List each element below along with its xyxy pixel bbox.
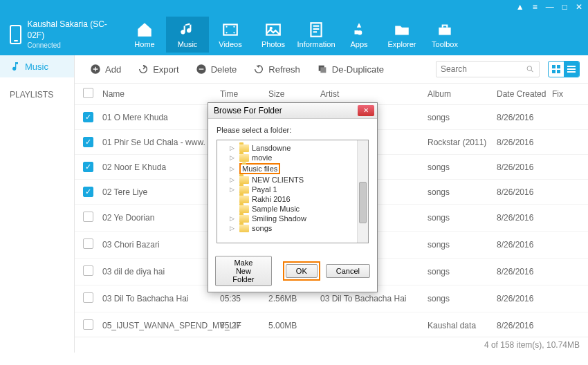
col-fix[interactable]: Fix <box>552 89 580 99</box>
add-button[interactable]: Add <box>83 61 128 77</box>
sidebar-item-music[interactable]: Music <box>0 55 74 77</box>
expand-icon[interactable]: ▷ <box>230 154 237 161</box>
search-input[interactable] <box>441 64 526 74</box>
maximize-button[interactable]: □ <box>562 2 567 12</box>
dedupe-button[interactable]: De-Duplicate <box>310 61 391 77</box>
folder-label: Payal 1 <box>252 185 277 194</box>
cell-album: songs <box>428 267 497 277</box>
minimize-button[interactable]: — <box>546 2 554 12</box>
folder-item[interactable]: ▷Smiling Shadow <box>227 214 367 223</box>
folder-icon <box>239 215 249 223</box>
row-checkbox[interactable] <box>83 292 93 303</box>
toolbar: Add Export Delete Refresh De-Duplicate <box>75 55 588 84</box>
folder-item[interactable]: Rakhi 2016 <box>227 194 367 204</box>
cell-album: Rockstar (2011) <box>428 138 497 147</box>
nav-home[interactable]: Home <box>123 17 166 53</box>
expand-icon[interactable]: ▷ <box>230 144 237 151</box>
nav-label: Photos <box>252 40 295 48</box>
col-artist[interactable]: Artist <box>320 89 428 99</box>
cell-time: 05:35 <box>220 294 268 303</box>
cancel-button[interactable]: Cancel <box>326 264 370 278</box>
dedupe-label: De-Duplicate <box>332 64 384 75</box>
nav-apps[interactable]: Apps <box>338 17 380 53</box>
expand-icon[interactable]: ▷ <box>230 176 237 183</box>
col-time[interactable]: Time <box>220 89 268 99</box>
expand-icon[interactable]: ▷ <box>230 215 237 222</box>
row-checkbox[interactable] <box>83 238 93 249</box>
explorer-icon <box>393 21 411 39</box>
col-name[interactable]: Name <box>102 89 220 99</box>
cell-name: 03 Chori Bazari <box>102 240 220 250</box>
window-titlebar: ▲ ≡ — □ ✕ <box>0 0 588 14</box>
nav-explorer[interactable]: Explorer <box>380 17 423 53</box>
cell-date: 8/26/2016 <box>497 138 552 147</box>
refresh-icon <box>253 64 264 75</box>
folder-item[interactable]: ▷ Music files <box>227 162 367 175</box>
col-date[interactable]: Date Created <box>497 89 552 99</box>
row-checkbox[interactable]: ✓ <box>83 112 93 122</box>
folder-tree[interactable]: ▷Lansdowne▷movie▷ Music files▷NEW CLIENT… <box>217 140 369 243</box>
folder-item[interactable]: Sample Music <box>227 204 367 214</box>
cell-name: 05_IJUST_WANNA_SPEND_MY_LIF <box>102 321 220 330</box>
nav-videos[interactable]: Videos <box>209 17 252 53</box>
export-button[interactable]: Export <box>131 61 186 77</box>
menu-icon[interactable]: ≡ <box>533 2 538 12</box>
expand-icon[interactable]: ▷ <box>230 165 237 172</box>
svg-rect-0 <box>223 24 237 35</box>
view-toggle <box>548 61 580 77</box>
delete-button[interactable]: Delete <box>189 61 244 77</box>
ok-button[interactable]: OK <box>286 264 318 278</box>
row-checkbox[interactable] <box>83 212 93 222</box>
close-button[interactable]: ✕ <box>576 2 582 12</box>
device-block[interactable]: Kaushal Sakaria (SC-02F) Connected <box>10 19 120 50</box>
expand-icon[interactable]: ▷ <box>230 225 237 232</box>
nav-photos[interactable]: Photos <box>252 17 295 53</box>
refresh-button[interactable]: Refresh <box>246 61 307 77</box>
nav-toolbox[interactable]: Toolbox <box>423 17 466 53</box>
grid-view-button[interactable] <box>549 62 564 77</box>
user-icon[interactable]: ▲ <box>516 2 524 12</box>
nav-information[interactable]: Information <box>295 17 338 53</box>
nav-label: Apps <box>338 40 380 48</box>
expand-icon[interactable]: ▷ <box>230 186 237 193</box>
folder-item[interactable]: ▷movie <box>227 153 367 162</box>
col-size[interactable]: Size <box>268 89 320 99</box>
table-row[interactable]: 05_IJUST_WANNA_SPEND_MY_LIF05:275.00MBKa… <box>75 312 588 337</box>
svg-rect-17 <box>552 70 555 73</box>
playlists-header: PLAYLISTS <box>0 77 74 112</box>
col-album[interactable]: Album <box>428 89 497 99</box>
folder-item[interactable]: ▷NEW CLIENTS <box>227 175 367 185</box>
home-icon <box>136 21 154 39</box>
folder-icon <box>239 176 249 184</box>
row-checkbox[interactable] <box>83 265 93 276</box>
folder-item[interactable]: ▷Lansdowne <box>227 143 367 153</box>
toolbox-icon <box>436 21 454 39</box>
svg-point-14 <box>527 66 531 71</box>
cell-name: 02 Noor E Khuda <box>102 162 220 172</box>
dialog-close-button[interactable]: ✕ <box>358 105 374 116</box>
cell-album: songs <box>428 294 497 303</box>
select-all-checkbox[interactable] <box>83 88 93 98</box>
svg-rect-11 <box>199 68 203 69</box>
row-checkbox[interactable]: ✓ <box>83 162 93 172</box>
row-checkbox[interactable]: ✓ <box>83 187 93 197</box>
search-box[interactable] <box>436 61 540 77</box>
cell-date: 8/26/2016 <box>497 113 552 122</box>
scrollbar-thumb[interactable] <box>359 182 367 223</box>
sidebar: Music PLAYLISTS <box>0 55 75 353</box>
row-checkbox[interactable] <box>83 319 93 330</box>
dialog-titlebar[interactable]: Browse For Folder ✕ <box>208 103 377 119</box>
make-new-folder-button[interactable]: Make New Folder <box>215 256 272 286</box>
svg-rect-19 <box>567 66 576 67</box>
nav-music[interactable]: Music <box>166 17 209 53</box>
delete-label: Delete <box>211 64 237 75</box>
add-label: Add <box>105 64 121 75</box>
folder-item[interactable]: ▷songs <box>227 223 367 233</box>
list-view-button[interactable] <box>564 62 579 77</box>
scrollbar[interactable] <box>357 140 368 243</box>
device-status: Connected <box>27 41 120 50</box>
info-icon <box>307 21 325 39</box>
folder-item[interactable]: ▷Payal 1 <box>227 185 367 194</box>
nav-label: Information <box>295 40 338 48</box>
row-checkbox[interactable]: ✓ <box>83 137 93 147</box>
